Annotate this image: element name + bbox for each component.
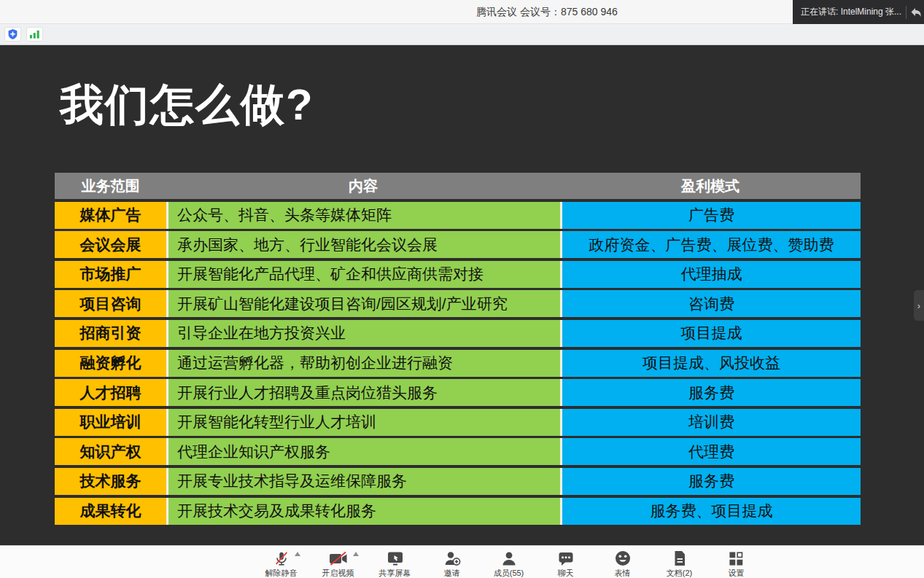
cell-content: 公众号、抖音、头条等媒体矩阵 [166,202,560,229]
cell-profit: 广告费 [560,202,861,229]
cell-scope: 知识产权 [55,438,166,465]
table-row: 项目咨询 开展矿山智能化建设项目咨询/园区规划/产业研究 咨询费 [55,290,861,317]
cell-content: 代理企业知识产权服务 [166,438,560,465]
status-bar [0,24,924,45]
meeting-title: 腾讯会议 会议号：875 680 946 [476,6,618,19]
meeting-toolbar: 解除静音 开启视频 共享屏幕 [0,545,924,578]
cell-content: 开展技术交易及成果转化服务 [166,498,560,525]
cell-scope: 融资孵化 [55,350,166,377]
speaking-indicator-label: 正在讲话: IntelMining 张... [801,6,903,18]
cell-scope: 市场推广 [55,261,166,288]
members-icon [501,551,517,566]
cell-profit: 服务费 [560,379,861,406]
cell-scope: 技术服务 [55,468,166,495]
cell-content: 通过运营孵化器，帮助初创企业进行融资 [166,350,560,377]
cell-content: 引导企业在地方投资兴业 [166,320,560,347]
document-icon [673,550,686,566]
cell-content: 开展智能化产品代理、矿企和供应商供需对接 [166,261,560,288]
cell-scope: 项目咨询 [55,290,166,317]
cell-profit: 咨询费 [560,290,861,317]
mic-muted-icon [273,550,290,567]
share-screen-button[interactable]: 共享屏幕 [379,550,411,578]
video-options-chevron-up-icon[interactable] [353,552,359,556]
header-content: 内容 [166,173,560,199]
toolbar-item-label: 解除静音 [265,568,298,578]
divider [906,6,906,19]
toolbar-item-label: 设置 [729,568,745,578]
window-titlebar: 腾讯会议 会议号：875 680 946 正在讲话: IntelMining 张… [0,0,924,24]
start-video-button[interactable]: 开启视频 [322,550,354,578]
expand-panel-tab[interactable]: › [914,290,924,321]
cell-profit: 政府资金、广告费、展位费、赞助费 [560,231,861,258]
mic-options-chevron-up-icon[interactable] [295,552,300,556]
network-signal-icon[interactable] [26,27,43,42]
cell-content: 开展行业人才招聘及重点岗位猎头服务 [166,379,560,406]
toolbar-item-label: 表情 [615,568,631,578]
toolbar-item-label: 成员(55) [494,568,524,578]
cell-profit: 代理抽成 [560,261,861,288]
unmute-button[interactable]: 解除静音 [265,550,298,578]
toolbar-item-label: 开启视频 [322,568,354,578]
slide-title: 我们怎么做? [60,83,314,127]
documents-button[interactable]: 文档(2) [664,550,696,578]
toolbar-item-label: 邀请 [444,568,460,578]
shield-protect-icon[interactable] [4,27,21,42]
chat-icon [558,551,574,566]
table-header-row: 业务范围 内容 盈利模式 [55,173,861,199]
toolbar-item-label: 文档(2) [667,568,692,578]
table-row: 会议会展 承办国家、地方、行业智能化会议会展 政府资金、广告费、展位费、赞助费 [55,231,861,258]
table-row: 职业培训 开展智能化转型行业人才培训 培训费 [55,409,861,436]
header-profit: 盈利模式 [560,173,861,199]
table-row: 市场推广 开展智能化产品代理、矿企和供应商供需对接 代理抽成 [55,261,861,288]
cell-content: 开展矿山智能化建设项目咨询/园区规划/产业研究 [166,290,560,317]
cell-profit: 代理费 [560,438,861,465]
cell-scope: 会议会展 [55,231,166,258]
cell-scope: 招商引资 [55,320,166,347]
toolbar-item-label: 共享屏幕 [379,568,411,578]
emoji-icon [615,550,631,566]
cell-scope: 人才招聘 [55,379,166,406]
chat-button[interactable]: 聊天 [550,550,582,578]
table-body: 媒体广告 公众号、抖音、头条等媒体矩阵 广告费 会议会展 承办国家、地方、行业智… [55,202,861,525]
camera-off-icon [329,551,348,566]
business-table: 业务范围 内容 盈利模式 媒体广告 公众号、抖音、头条等媒体矩阵 广告费 会议会… [55,173,861,525]
share-screen-icon [387,551,404,566]
cell-profit: 项目提成、风投收益 [560,350,861,377]
emoji-button[interactable]: 表情 [607,550,639,578]
chevron-right-icon: › [917,300,920,311]
invite-icon [443,551,461,566]
cell-profit: 服务费、项目提成 [560,498,861,525]
reply-arrow-icon[interactable] [910,7,922,17]
cell-scope: 媒体广告 [55,202,166,229]
table-row: 融资孵化 通过运营孵化器，帮助初创企业进行融资 项目提成、风投收益 [55,350,861,377]
cell-content: 开展专业技术指导及运维保障服务 [166,468,560,495]
table-row: 技术服务 开展专业技术指导及运维保障服务 服务费 [55,468,861,495]
cell-profit: 服务费 [560,468,861,495]
table-row: 知识产权 代理企业知识产权服务 代理费 [55,438,861,465]
table-row: 媒体广告 公众号、抖音、头条等媒体矩阵 广告费 [55,202,861,229]
table-row: 人才招聘 开展行业人才招聘及重点岗位猎头服务 服务费 [55,379,861,406]
table-row: 成果转化 开展技术交易及成果转化服务 服务费、项目提成 [55,498,861,525]
settings-button[interactable]: 设置 [721,550,753,578]
cell-profit: 培训费 [560,409,861,436]
speaking-indicator: 正在讲话: IntelMining 张... [793,0,924,24]
members-button[interactable]: 成员(55) [493,550,525,578]
invite-button[interactable]: 邀请 [436,550,468,578]
settings-icon [729,551,744,566]
toolbar-item-label: 聊天 [558,568,574,578]
cell-scope: 职业培训 [55,409,166,436]
header-scope: 业务范围 [55,173,166,199]
cell-content: 承办国家、地方、行业智能化会议会展 [166,231,560,258]
shared-screen: 我们怎么做? 业务范围 内容 盈利模式 媒体广告 公众号、抖音、头条等媒体矩阵 … [0,45,924,545]
table-row: 招商引资 引导企业在地方投资兴业 项目提成 [55,320,861,347]
cell-content: 开展智能化转型行业人才培训 [166,409,560,436]
cell-scope: 成果转化 [55,498,166,525]
cell-profit: 项目提成 [560,320,861,347]
